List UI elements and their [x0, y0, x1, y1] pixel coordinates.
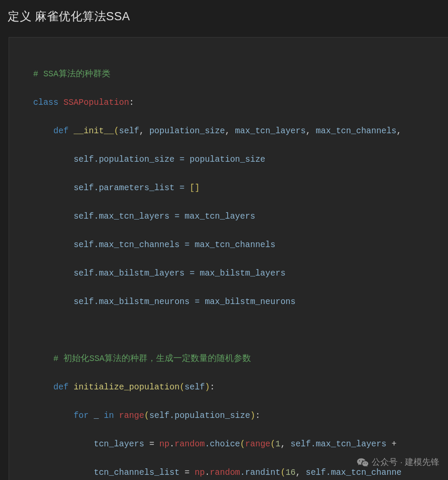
- var: tcn_layers: [94, 439, 144, 449]
- code-line: # SSA算法的种群类: [33, 67, 448, 82]
- self: self: [291, 439, 311, 449]
- number: 1: [276, 439, 281, 449]
- code-line: self.max_tcn_layers = max_tcn_layers: [33, 210, 448, 224]
- page-title: 定义 麻雀优化算法SSA: [8, 9, 440, 24]
- var: tcn_channels_list: [94, 468, 179, 477]
- assignment: .max_bilstm_layers = max_bilstm_layers: [94, 269, 285, 278]
- assignment: .max_tcn_layers = max_tcn_layers: [94, 212, 255, 221]
- assignment: .max_tcn_channels = max_tcn_channels: [94, 240, 275, 250]
- assignment: .parameters_list =: [94, 183, 189, 193]
- code-line: self.max_bilstm_layers = max_bilstm_laye…: [33, 267, 448, 281]
- keyword-in: in: [104, 411, 114, 420]
- param-self: self: [185, 383, 205, 392]
- code-line: def __init__(self, population_size, max_…: [33, 124, 448, 138]
- param: max_tcn_layers: [235, 126, 306, 136]
- keyword-for: for: [74, 411, 89, 420]
- attr: .max_tcn_layers: [311, 439, 387, 449]
- code-line: for _ in range(self.population_size):: [33, 409, 448, 423]
- list-literal: []: [190, 183, 200, 193]
- code-line: self.parameters_list = []: [33, 181, 448, 195]
- assignment: .population_size = population_size: [94, 155, 265, 164]
- watermark-text: 公众号 · 建模先锋: [372, 456, 439, 468]
- assignment: .max_bilstm_neurons = max_bilstm_neurons: [94, 297, 295, 307]
- builtin-range: range: [119, 411, 144, 420]
- wechat-icon: [357, 458, 368, 467]
- self: self: [74, 212, 94, 221]
- self: self: [74, 240, 94, 250]
- param: population_size: [149, 126, 225, 136]
- class-name: SSAPopulation: [63, 98, 129, 107]
- module-np: np: [194, 468, 204, 477]
- param-self: self: [119, 126, 139, 136]
- comment: # SSA算法的种群类: [33, 69, 110, 79]
- watermark: 公众号 · 建模先锋: [357, 456, 439, 468]
- method: .randint: [240, 468, 281, 477]
- code-line: def initialize_population(self):: [33, 380, 448, 395]
- header: 定义 麻雀优化算法SSA: [0, 0, 448, 37]
- self: self: [306, 468, 326, 477]
- self: self: [74, 183, 94, 193]
- keyword-class: class: [33, 98, 59, 107]
- code-line: tcn_layers = np.random.choice(range(1, s…: [33, 437, 448, 452]
- func-init: __init__: [74, 126, 114, 136]
- param: max_tcn_channels: [316, 126, 396, 136]
- blank-line: [33, 323, 448, 338]
- self: self: [74, 155, 94, 164]
- attr-random: random: [210, 468, 240, 477]
- code-line: self.max_tcn_channels = max_tcn_channels: [33, 238, 448, 252]
- number: 16: [285, 468, 295, 477]
- attr-random: random: [175, 439, 205, 449]
- code-block: # SSA算法的种群类 class SSAPopulation: def __i…: [9, 37, 448, 480]
- comment: # 初始化SSA算法的种群，生成一定数量的随机参数: [53, 354, 251, 364]
- attr: .population_size: [169, 411, 250, 420]
- code-line: class SSAPopulation:: [33, 96, 448, 110]
- attr: .max_tcn_channe: [326, 468, 402, 477]
- builtin-range: range: [245, 439, 271, 449]
- self: self: [74, 297, 94, 307]
- var: _: [94, 411, 99, 420]
- code-line: # 初始化SSA算法的种群，生成一定数量的随机参数: [33, 352, 448, 366]
- module-np: np: [160, 439, 169, 449]
- method: .choice: [205, 439, 240, 449]
- keyword-def: def: [53, 126, 69, 136]
- func-name: initialize_population: [74, 383, 180, 392]
- self: self: [149, 411, 169, 420]
- keyword-def: def: [53, 383, 69, 392]
- code-line: self.max_bilstm_neurons = max_bilstm_neu…: [33, 295, 448, 309]
- self: self: [74, 269, 94, 278]
- operator: +: [386, 439, 401, 449]
- code-line: self.population_size = population_size: [33, 153, 448, 167]
